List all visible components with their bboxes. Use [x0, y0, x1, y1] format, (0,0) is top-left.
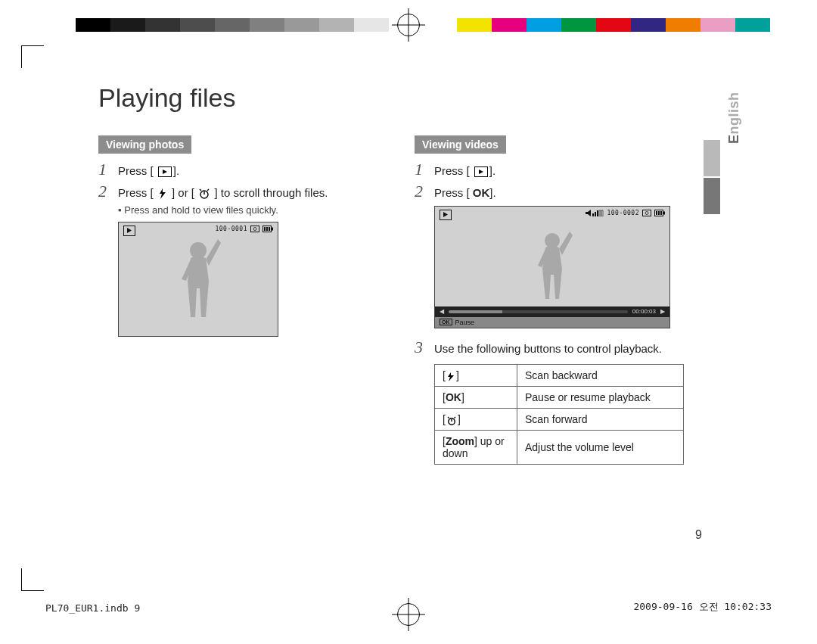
svg-rect-12 [269, 227, 270, 231]
photo-screenshot: 100-0001 [118, 222, 278, 337]
page-number: 9 [695, 528, 702, 542]
step-text: Press [ OK]. [434, 183, 496, 201]
table-row: [] Scan forward [435, 408, 684, 430]
volume-icon [586, 210, 604, 216]
table-row: [] Scan backward [435, 364, 684, 386]
registration-mark-bottom [397, 603, 420, 626]
step-text: Press [ ]. [118, 161, 179, 179]
play-icon [440, 210, 452, 220]
margin-tabs [704, 140, 720, 216]
progress-bar [449, 310, 628, 313]
step-number: 3 [415, 339, 434, 356]
svg-marker-1 [163, 170, 167, 174]
flash-icon [447, 372, 455, 381]
svg-rect-9 [272, 227, 273, 230]
svg-rect-27 [656, 211, 657, 215]
svg-rect-28 [658, 211, 660, 215]
svg-rect-21 [599, 210, 601, 216]
sub-note: ▪ Press and hold to view files quickly. [98, 204, 380, 216]
language-tab: English [726, 129, 742, 144]
person-silhouette [526, 228, 579, 303]
svg-marker-31 [448, 372, 454, 381]
step-number: 1 [98, 161, 118, 178]
step-number: 2 [98, 183, 118, 200]
crop-mark-top-left [21, 45, 44, 68]
svg-point-13 [190, 242, 207, 259]
play-icon [474, 166, 488, 177]
manual-page: English Playing files Viewing photos 1 P… [0, 0, 817, 644]
forward-icon: ▶ [660, 308, 665, 315]
viewing-photos-section: Viewing photos 1 Press [ ]. 2 [98, 135, 380, 465]
svg-rect-23 [643, 210, 651, 216]
svg-rect-29 [660, 211, 662, 215]
play-icon [123, 226, 135, 236]
table-row: [Zoom] up or down Adjust the volume leve… [435, 430, 684, 464]
page-title: Playing files [98, 83, 696, 113]
ok-icon: OK [440, 319, 452, 325]
svg-rect-6 [251, 226, 259, 232]
svg-point-7 [253, 227, 256, 230]
pause-label: Pause [455, 319, 475, 326]
cell-volume: Adjust the volume level [517, 430, 684, 464]
step-text: Use the following buttons to control pla… [434, 339, 662, 356]
svg-rect-10 [264, 227, 266, 231]
person-silhouette [168, 235, 228, 322]
step-number: 2 [415, 183, 434, 200]
table-row: [OK] Pause or resume playback [435, 386, 684, 408]
rewind-icon: ◀ [440, 308, 444, 315]
timer-icon [447, 416, 456, 425]
photos-heading: Viewing photos [98, 135, 191, 154]
step-text: Press [ ] or [ ] to scroll through files… [118, 183, 328, 201]
file-counter: 100-0002 [607, 210, 639, 216]
crop-mark-bottom-left [21, 568, 44, 591]
svg-rect-18 [592, 213, 594, 216]
timer-icon [199, 188, 210, 199]
footer-filename: PL70_EUR1.indb 9 [45, 602, 140, 614]
controls-table: [] Scan backward [OK] Pause or resume pl… [434, 364, 684, 465]
card-icon [642, 210, 651, 216]
videos-heading: Viewing videos [415, 135, 506, 154]
video-screenshot: 100-0002 ◀ [434, 206, 670, 328]
color-bar-left [76, 18, 389, 32]
color-bar-right [457, 18, 770, 32]
svg-rect-22 [601, 210, 603, 216]
svg-marker-2 [160, 188, 166, 199]
registration-mark-top [397, 14, 420, 36]
svg-marker-5 [127, 228, 132, 233]
card-icon [250, 226, 259, 232]
flash-icon [158, 188, 167, 199]
cell-pause-resume: Pause or resume playback [517, 386, 684, 408]
step-number: 1 [415, 161, 434, 178]
svg-point-24 [645, 211, 648, 214]
play-icon [158, 166, 172, 177]
cell-scan-backward: Scan backward [517, 364, 684, 386]
svg-rect-19 [595, 212, 596, 216]
svg-rect-26 [663, 211, 665, 214]
svg-rect-20 [597, 210, 598, 216]
file-counter: 100-0001 [215, 226, 247, 232]
footer-timestamp: 2009-09-16 오전 10:02:33 [633, 600, 772, 614]
svg-marker-17 [586, 210, 591, 216]
battery-icon [262, 226, 273, 232]
svg-marker-15 [479, 170, 483, 174]
svg-marker-16 [443, 212, 448, 217]
step-text: Press [ ]. [434, 161, 495, 179]
battery-icon [654, 210, 665, 216]
cell-scan-forward: Scan forward [517, 408, 684, 430]
play-time: 00:00:03 [632, 308, 656, 315]
viewing-videos-section: Viewing videos 1 Press [ ]. 2 [415, 135, 696, 465]
svg-rect-11 [266, 227, 268, 231]
